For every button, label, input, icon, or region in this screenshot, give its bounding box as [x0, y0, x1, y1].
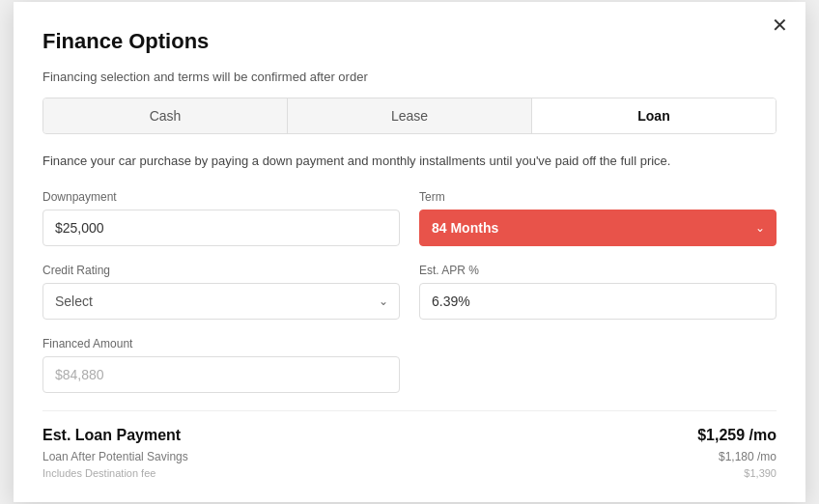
credit-apr-row: Credit Rating Select Excellent Good Fair…: [42, 264, 777, 320]
financed-amount-row: Financed Amount: [42, 337, 777, 393]
est-loan-label: Est. Loan Payment: [42, 427, 181, 444]
modal-subtitle: Financing selection and terms will be co…: [42, 70, 777, 84]
credit-rating-select[interactable]: Select Excellent Good Fair Poor: [42, 283, 400, 320]
tab-cash[interactable]: Cash: [43, 98, 288, 133]
term-select-wrapper: 24 Months 36 Months 48 Months 60 Months …: [419, 210, 777, 246]
downpayment-term-row: Downpayment Term 24 Months 36 Months 48 …: [42, 190, 777, 246]
term-group: Term 24 Months 36 Months 48 Months 60 Mo…: [419, 190, 777, 246]
est-apr-label: Est. APR %: [419, 264, 777, 277]
downpayment-label: Downpayment: [42, 190, 400, 204]
est-apr-input[interactable]: [419, 283, 777, 320]
modal-title: Finance Options: [42, 29, 777, 54]
destination-value: $1,390: [744, 467, 777, 479]
credit-rating-group: Credit Rating Select Excellent Good Fair…: [42, 264, 400, 320]
tab-loan[interactable]: Loan: [532, 98, 776, 133]
financed-amount-group: Financed Amount: [42, 337, 400, 393]
credit-rating-select-wrapper: Select Excellent Good Fair Poor ⌄: [42, 283, 400, 320]
destination-row: Includes Destination fee $1,390: [42, 467, 777, 479]
est-loan-value: $1,259 /mo: [697, 427, 777, 444]
close-button[interactable]: ✕: [772, 15, 788, 35]
est-loan-row: Est. Loan Payment $1,259 /mo: [42, 410, 777, 444]
credit-rating-label: Credit Rating: [42, 264, 400, 277]
destination-label: Includes Destination fee: [42, 467, 155, 479]
savings-label: Loan After Potential Savings: [42, 450, 188, 463]
finance-tabs: Cash Lease Loan: [42, 98, 777, 134]
term-select[interactable]: 24 Months 36 Months 48 Months 60 Months …: [419, 210, 777, 246]
tab-lease[interactable]: Lease: [288, 98, 532, 133]
downpayment-input[interactable]: [42, 210, 400, 246]
savings-row: Loan After Potential Savings $1,180 /mo: [42, 450, 777, 463]
financed-amount-input[interactable]: [42, 356, 400, 393]
est-apr-group: Est. APR %: [419, 264, 777, 320]
financed-amount-label: Financed Amount: [42, 337, 400, 350]
downpayment-group: Downpayment: [42, 190, 400, 246]
loan-description: Finance your car purchase by paying a do…: [42, 152, 777, 171]
savings-value: $1,180 /mo: [719, 450, 777, 463]
finance-options-modal: Finance Options ✕ Financing selection an…: [14, 2, 805, 502]
term-label: Term: [419, 190, 777, 204]
